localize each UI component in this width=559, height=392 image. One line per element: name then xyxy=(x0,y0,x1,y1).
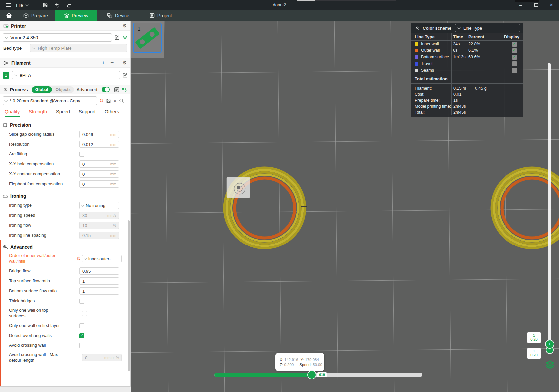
file-menu-button[interactable] xyxy=(4,1,13,9)
advanced-mode-toggle[interactable] xyxy=(102,87,110,92)
save-icon xyxy=(43,2,48,8)
tab-project[interactable]: Project xyxy=(145,10,177,21)
tooltip-speed-value: 50.00 xyxy=(313,363,322,367)
time-value: 24s xyxy=(453,42,468,46)
setting-row: Order of inner wall/outer wall/infill ↻ … xyxy=(0,251,130,266)
display-checkbox[interactable] xyxy=(512,68,517,73)
file-menu-chevron-icon[interactable] xyxy=(25,3,29,6)
title-bar: File donut2 – ✕ xyxy=(0,0,559,10)
home-button[interactable] xyxy=(3,11,15,20)
save-preset-button[interactable] xyxy=(106,98,111,103)
arc-fitting-checkbox[interactable] xyxy=(79,152,84,157)
bottom-surface-flow-ratio-input[interactable]: 1 xyxy=(79,287,119,295)
elephant-foot-compensation-input[interactable]: 0mm xyxy=(79,180,119,188)
process-preset-name: * 0.20mm Standard @Voron - Copy xyxy=(10,98,80,103)
view-mode-dropdown[interactable]: Line Type xyxy=(455,24,520,32)
tab-device[interactable]: Device xyxy=(102,10,134,21)
filament-select[interactable]: ePLA xyxy=(12,71,120,79)
only-one-wall-top-checkbox[interactable] xyxy=(82,311,87,316)
ironing-icon xyxy=(3,194,8,198)
tab-strength[interactable]: Strength xyxy=(29,109,47,117)
detect-overhang-walls-checkbox[interactable] xyxy=(79,333,84,338)
printer-select[interactable]: Voron2.4 350 xyxy=(3,33,112,42)
panel-bottom-strip xyxy=(0,386,131,392)
hamburger-icon xyxy=(6,2,11,8)
wifi-icon[interactable] xyxy=(122,35,128,40)
printer-icon xyxy=(3,23,9,29)
filament-edit-button[interactable] xyxy=(123,73,128,78)
printer-settings-gear-icon[interactable]: ⚙ xyxy=(123,23,127,28)
color-scheme-title: Color scheme xyxy=(423,26,451,31)
only-one-wall-first-layer-checkbox[interactable] xyxy=(79,323,84,328)
tab-support[interactable]: Support xyxy=(79,109,96,117)
setting-label: Ironing type xyxy=(9,203,79,208)
ironing-type-select[interactable]: No ironing xyxy=(79,202,119,209)
printer-edit-button[interactable] xyxy=(115,35,120,40)
chevron-down-icon xyxy=(81,203,84,207)
setting-label: Only one wall on top surfaces xyxy=(9,308,63,319)
screen-artifact xyxy=(515,0,539,2)
plate-thumbnail[interactable]: 1 xyxy=(133,23,162,53)
thick-bridges-checkbox[interactable] xyxy=(79,299,84,304)
reset-setting-button[interactable]: ↻ xyxy=(76,256,81,262)
remove-filament-button[interactable]: − xyxy=(109,60,116,66)
top-surface-flow-ratio-input[interactable]: 1 xyxy=(79,277,119,285)
redo-button[interactable] xyxy=(65,1,73,9)
section-precision: Precision xyxy=(3,122,128,128)
scope-objects[interactable]: Objects xyxy=(52,86,74,93)
wall-order-select[interactable]: inner-outer-... xyxy=(82,255,122,262)
add-filament-button[interactable]: + xyxy=(100,60,107,66)
search-preset-button[interactable] xyxy=(119,98,124,103)
undo-button[interactable] xyxy=(53,1,62,9)
setting-label: Avoid crossing wall xyxy=(9,343,79,348)
xy-contour-compensation-input[interactable]: 0mm xyxy=(79,170,119,178)
tab-others[interactable]: Others xyxy=(105,109,119,117)
delete-preset-button[interactable]: ✕ xyxy=(113,98,117,103)
tab-quality[interactable]: Quality xyxy=(5,109,20,117)
project-icon xyxy=(150,13,155,18)
save-button[interactable] xyxy=(41,1,50,9)
col-display: Display xyxy=(504,34,523,39)
process-preset-select[interactable]: * 0.20mm Standard @Voron - Copy xyxy=(3,96,97,105)
display-checkbox[interactable] xyxy=(512,55,517,60)
layer-slider-upper-handle[interactable]: + xyxy=(545,340,554,349)
parameter-table-button[interactable] xyxy=(122,87,127,92)
scope-global[interactable]: Global xyxy=(32,86,52,93)
collapse-panel-icon[interactable] xyxy=(415,26,420,30)
setting-row: Thick bridges xyxy=(0,296,130,306)
home-icon xyxy=(6,13,12,18)
layers-view-button[interactable] xyxy=(545,360,555,369)
ironing-line-spacing-input: 0.15mm xyxy=(79,232,119,239)
bed-type-select[interactable]: High Temp Plate xyxy=(30,44,127,52)
reset-preset-button[interactable]: ↻ xyxy=(99,98,104,104)
settings-scroll-area[interactable]: Precision Slice gap closing radius 0.049… xyxy=(0,117,130,373)
slice-gap-closing-radius-input[interactable]: 0.049mm xyxy=(79,131,119,138)
tab-speed[interactable]: Speed xyxy=(56,109,70,117)
tooltip-x-value: 142.916 xyxy=(284,358,298,362)
layer-slider-track[interactable] xyxy=(548,63,551,348)
setting-row: Bottom surface flow ratio 1 xyxy=(0,286,130,296)
tab-prepare[interactable]: Prepare xyxy=(19,10,53,21)
move-slider-handle[interactable] xyxy=(307,370,316,379)
process-scope-toggle[interactable]: Global Objects xyxy=(32,86,74,93)
close-button[interactable]: ✕ xyxy=(544,0,559,10)
settings-scrollbar[interactable] xyxy=(128,220,130,371)
xy-hole-compensation-input[interactable]: 0mm xyxy=(79,160,119,168)
line-type-label: Bottom surface xyxy=(421,55,449,59)
section-title: Precision xyxy=(10,122,31,128)
display-checkbox[interactable] xyxy=(512,48,517,53)
parameter-list-button[interactable] xyxy=(114,87,119,92)
side-panel: Printer ⚙ Voron2.4 350 Bed type High Tem… xyxy=(0,21,131,386)
color-scheme-panel: Color scheme Line Type Line Type Time Pe… xyxy=(411,23,523,117)
display-checkbox[interactable] xyxy=(512,42,517,47)
avoid-crossing-wall-checkbox[interactable] xyxy=(79,343,84,348)
line-type-label: Travel xyxy=(421,61,432,66)
plate-list: 1 xyxy=(131,21,164,58)
bridge-flow-input[interactable]: 0.95 xyxy=(79,267,119,275)
time-value: 1m13s xyxy=(453,55,468,59)
resolution-input[interactable]: 0.012mm xyxy=(79,141,119,148)
file-menu-label[interactable]: File xyxy=(16,3,23,8)
display-checkbox[interactable] xyxy=(512,61,517,66)
tab-preview[interactable]: Preview xyxy=(55,10,97,21)
filament-settings-gear-icon[interactable]: ⚙ xyxy=(123,60,127,65)
